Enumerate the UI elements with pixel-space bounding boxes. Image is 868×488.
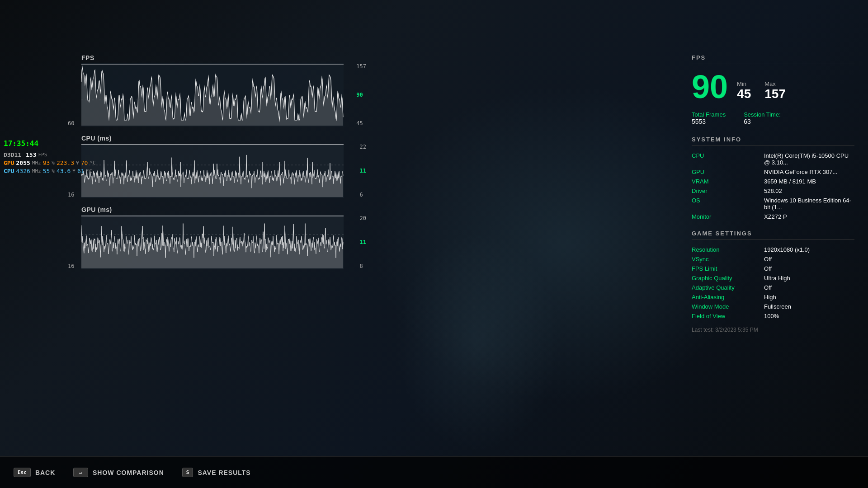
fps-chart-canvas	[81, 63, 344, 127]
driver-info-key: Driver	[692, 188, 764, 194]
save-results-button[interactable]: S SAVE RESULTS	[182, 468, 251, 477]
cpu-clock-unit: ¥	[72, 168, 75, 174]
cpu-ms-chart-wrapper: 22 11 6 16	[81, 144, 344, 198]
gpu-ms-chart-labels: 20 11 8	[360, 215, 366, 269]
vram-info-val: 3659 MB / 8191 MB	[764, 178, 816, 185]
resolution-row: Resolution 868x488 (x1.0)	[692, 246, 854, 253]
fps-section: FPS 90 Min 45 Max 157 Total Frames	[692, 54, 854, 125]
cpu-info-row: CPU Intel(R) Core(TM) i5-10500 CPU @ 3.1…	[692, 152, 854, 166]
d3d11-unit: FPS	[38, 152, 47, 158]
cpu-load: 55	[43, 168, 50, 174]
window-mode-val: Fullscreen	[764, 303, 791, 310]
fps-section-title: FPS	[692, 54, 854, 64]
s-key-icon: S	[182, 468, 193, 477]
show-comparison-button[interactable]: ↵ SHOW COMPARISON	[73, 468, 164, 477]
gpu-info-row: GPU NVIDIA GeForce RTX 307...	[692, 169, 854, 175]
cpu-ms-chart-canvas	[81, 144, 344, 198]
monitor-info-val: XZ272 P	[764, 213, 787, 220]
fps-bottom-label: 45	[356, 120, 366, 127]
gpu-temp: 70	[81, 160, 88, 166]
gpu-info-val: NVIDIA GeForce RTX 307...	[764, 169, 837, 175]
gpu-load-unit: %	[52, 160, 55, 166]
cpu-ms-max-label: 22	[360, 144, 366, 150]
cpu-label: CPU	[4, 168, 14, 174]
bottom-bar: Esc BACK ↵ SHOW COMPARISON S SAVE RESULT…	[0, 456, 868, 488]
session-time-val: 63	[744, 118, 781, 125]
fps-current-label: 90	[356, 92, 366, 98]
gpu-ms-current-label: 11	[360, 239, 366, 245]
fps-chart-labels: 157 90 45	[356, 63, 366, 127]
charts-panel: FPS 157 90 45 60 CPU (ms) 22 11	[81, 54, 375, 277]
cpu-ms-chart-section: CPU (ms) 22 11 6 16	[81, 135, 375, 198]
fov-val: 100%	[764, 313, 779, 319]
vsync-key: VSync	[692, 256, 764, 263]
graphic-quality-row: Graphic Quality Ultra High	[692, 275, 854, 282]
fps-left-labels: 60	[68, 63, 74, 127]
fov-key: Field of View	[692, 313, 764, 319]
gpu-ms-chart-canvas	[81, 215, 344, 269]
fps-min-val: 45	[737, 87, 751, 101]
system-info-section: SYSTEM INFO CPU Intel(R) Core(TM) i5-105…	[692, 136, 854, 220]
os-info-val: Windows 10 Business Edition 64-bit (1...	[764, 197, 854, 211]
cpu-freq: 4326	[16, 168, 30, 174]
save-label: SAVE RESULTS	[198, 469, 250, 476]
cpu-temp: 61	[77, 168, 85, 174]
fps-chart-wrapper: 157 90 45 60	[81, 63, 344, 127]
total-frames-val: 5553	[692, 118, 726, 125]
fps-max-label: 157	[356, 63, 366, 70]
resolution-val: 868x488 (x1.0)	[764, 246, 810, 253]
gpu-load: 93	[43, 160, 50, 166]
gpu-freq-unit: MHz	[32, 160, 41, 166]
cpu-ms-chart-title: CPU (ms)	[81, 135, 375, 142]
fps-min-item: Min 45	[737, 80, 751, 101]
anti-aliasing-row: Anti-Aliasing High	[692, 294, 854, 300]
cpu-temp-unit: °C	[86, 168, 92, 174]
fps-minmax: Min 45 Max 157	[737, 80, 786, 101]
d3d11-stat-row: D3D11 153 FPS	[4, 151, 73, 158]
fps-max-item: Max 157	[764, 80, 786, 101]
fps-max-val: 157	[764, 87, 786, 101]
gpu-ms-left-labels: 16	[68, 215, 74, 269]
fps-chart-title: FPS	[81, 54, 375, 61]
enter-key-icon: ↵	[73, 468, 88, 477]
gpu-ms-bottom-label: 8	[360, 263, 366, 269]
adaptive-quality-key: Adaptive Quality	[692, 284, 764, 291]
gpu-temp-unit: °C	[90, 160, 95, 166]
cpu-info-val: Intel(R) Core(TM) i5-10500 CPU @ 3.10...	[764, 152, 854, 166]
fps-stats-row: Total Frames 5553 Session Time: 63	[692, 111, 854, 125]
monitor-info-row: Monitor XZ272 P	[692, 213, 854, 220]
d3d11-label: D3D11	[4, 151, 24, 158]
fps-left-min: 60	[68, 120, 74, 127]
cpu-freq-unit: MHz	[32, 168, 41, 174]
gpu-ms-left-val: 16	[68, 263, 74, 269]
vsync-row: VSync Off	[692, 256, 854, 263]
window-mode-row: Window Mode Fullscreen	[692, 303, 854, 310]
cpu-ms-current-label: 11	[360, 168, 366, 174]
monitor-info-key: Monitor	[692, 213, 764, 220]
driver-info-row: Driver 528.02	[692, 188, 854, 194]
gpu-info-key: GPU	[692, 169, 764, 175]
vram-info-key: VRAM	[692, 178, 764, 185]
cpu-load-unit: %	[52, 168, 55, 174]
gpu-ms-max-label: 20	[360, 215, 366, 221]
fps-limit-row: FPS Limit Off	[692, 265, 854, 272]
fps-max-label: Max	[764, 80, 786, 87]
back-button[interactable]: Esc BACK	[14, 468, 55, 477]
gpu-stat-row: GPU 2055 MHz 93 % 223.3 ¥ 70 °C	[4, 160, 73, 166]
gpu-label: GPU	[4, 160, 14, 166]
gpu-ms-chart-section: GPU (ms) 20 11 8 16	[81, 206, 375, 269]
gpu-freq: 2055	[16, 160, 30, 166]
gpu-clock-unit: ¥	[76, 160, 79, 166]
anti-aliasing-key: Anti-Aliasing	[692, 294, 764, 300]
gpu-ms-chart-wrapper: 20 11 8 16	[81, 215, 344, 269]
game-settings-title: GAME SETTINGS	[692, 230, 854, 240]
fps-limit-key: FPS Limit	[692, 265, 764, 272]
d3d11-value: 153	[26, 151, 36, 158]
overlay-stats: 17:35:44 D3D11 153 FPS GPU 2055 MHz 93 %…	[0, 136, 77, 179]
gpu-clock: 223.3	[57, 160, 74, 166]
info-panel: FPS 90 Min 45 Max 157 Total Frames	[678, 54, 868, 343]
fps-limit-val: Off	[764, 265, 772, 272]
graphic-quality-key: Graphic Quality	[692, 275, 764, 282]
esc-key-icon: Esc	[14, 468, 31, 477]
cpu-clock: 43.6	[57, 168, 71, 174]
